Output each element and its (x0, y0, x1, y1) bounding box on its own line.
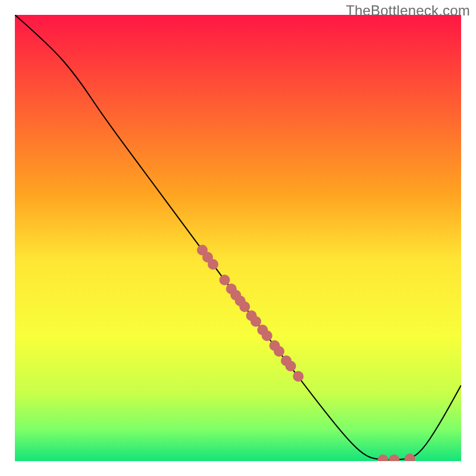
chart-marker (250, 316, 261, 327)
bottleneck-chart (0, 0, 476, 476)
chart-marker (293, 371, 303, 382)
chart-plot-bg (15, 15, 461, 461)
chart-marker (262, 330, 273, 341)
chart-marker (286, 361, 296, 371)
chart-marker (274, 346, 284, 357)
chart-marker (208, 259, 218, 270)
watermark-text: TheBottleneck.com (346, 2, 470, 19)
chart-marker (220, 275, 230, 286)
chart-container: TheBottleneck.com (0, 0, 476, 476)
chart-marker (239, 302, 250, 312)
